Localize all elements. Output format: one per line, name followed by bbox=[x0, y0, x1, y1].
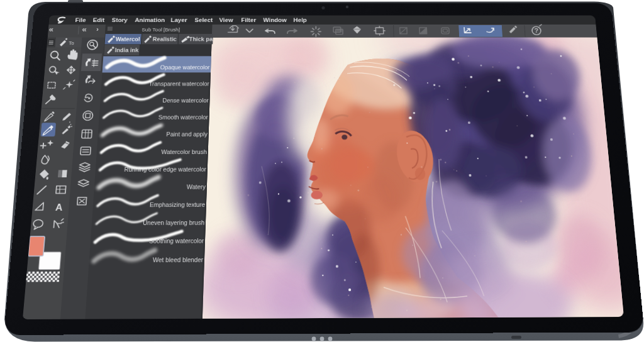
svg-text:Filter: Filter bbox=[241, 16, 256, 23]
svg-text:Paint and apply: Paint and apply bbox=[166, 131, 208, 137]
svg-text:Emphasizing texture: Emphasizing texture bbox=[150, 201, 206, 208]
svg-text:«: « bbox=[48, 25, 54, 34]
svg-text:Watercolor brush: Watercolor brush bbox=[161, 149, 207, 156]
svg-text:To: To bbox=[69, 40, 74, 46]
svg-text:Watery: Watery bbox=[187, 184, 206, 190]
svg-text:«: « bbox=[82, 25, 87, 34]
svg-text:Edit: Edit bbox=[92, 16, 105, 23]
svg-text:View: View bbox=[219, 16, 233, 23]
svg-text:A: A bbox=[55, 202, 63, 212]
svg-text:Layer: Layer bbox=[170, 16, 187, 23]
svg-text:Wet bleed blender: Wet bleed blender bbox=[153, 256, 204, 264]
svg-text:Thick pa: Thick pa bbox=[189, 36, 213, 43]
svg-text:Transparent watercolor: Transparent watercolor bbox=[148, 80, 209, 87]
svg-text:Select: Select bbox=[194, 16, 213, 23]
svg-text:›: › bbox=[96, 26, 99, 33]
svg-text:Watercol: Watercol bbox=[116, 36, 140, 43]
svg-text:Opaque watercolor: Opaque watercolor bbox=[160, 64, 210, 70]
svg-text:Sub Tool [Brush]: Sub Tool [Brush] bbox=[142, 27, 180, 33]
svg-text:Window: Window bbox=[263, 16, 287, 23]
svg-text:Help: Help bbox=[294, 16, 307, 23]
svg-text:Dense watercolor: Dense watercolor bbox=[162, 97, 209, 104]
svg-text:Animation: Animation bbox=[135, 16, 165, 23]
svg-text:Realistic: Realistic bbox=[153, 36, 177, 43]
svg-text:Story: Story bbox=[111, 16, 128, 23]
svg-text:Uneven layering brush: Uneven layering brush bbox=[143, 219, 204, 226]
svg-text:File: File bbox=[75, 16, 86, 23]
svg-text:Smooth watercolor: Smooth watercolor bbox=[158, 114, 208, 120]
svg-text:India ink: India ink bbox=[114, 47, 138, 53]
svg-text:?: ? bbox=[534, 28, 538, 35]
